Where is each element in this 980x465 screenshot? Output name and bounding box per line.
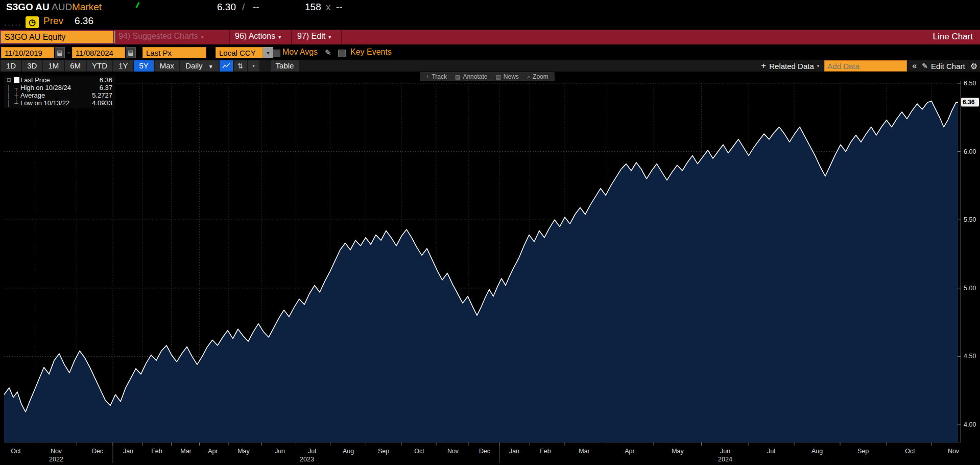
date-from-input[interactable] <box>1 47 54 58</box>
frequency-value: Daily <box>185 61 202 70</box>
chevron-down-icon: ▾ <box>817 63 820 68</box>
chevron-down-icon: ▾ <box>252 63 255 68</box>
news-button[interactable]: ▤News <box>495 73 518 80</box>
currency-code: AUD <box>52 2 72 13</box>
tree-branch-icon: │ <box>6 100 12 106</box>
period-tab-3d[interactable]: 3D <box>22 60 42 72</box>
x-axis-month-label: Nov <box>948 448 960 455</box>
chart-settings-button[interactable]: ⚙ <box>970 61 977 71</box>
track-label: Track <box>432 73 447 80</box>
y-axis-label: 6.00 <box>964 148 976 155</box>
edit-chart-button[interactable]: ✎ Edit Chart <box>922 62 965 71</box>
x-axis-month-label: Sep <box>857 448 869 455</box>
sparkline-tick-icon <box>135 2 139 8</box>
x-axis-year-label: 2024 <box>718 456 732 463</box>
x-axis-month-label: Mar <box>579 448 590 455</box>
related-data-label: Related Data <box>769 62 814 71</box>
x-axis-year-label: 2022 <box>49 456 63 463</box>
period-toolbar: 1D3D1M6MYTD1Y5YMax Daily ▼ ⇅ ▾ Table + R… <box>0 60 980 72</box>
period-tab-1m[interactable]: 1M <box>43 60 64 72</box>
calendar-glyph: ▤ <box>128 49 133 56</box>
tree-collapse-icon[interactable]: ⊟ <box>6 77 12 83</box>
prev-line: ····· ◷ Prev 6.36 <box>0 15 980 30</box>
menu-suggested-charts[interactable]: 94) Suggested Charts▾ <box>118 32 204 41</box>
menu-edit[interactable]: 97) Edit▾ <box>297 32 331 41</box>
chart-legend: ⊟Last Price6.36│┬High on 10/28/246.37│┼A… <box>4 76 115 108</box>
date-to-input[interactable] <box>72 47 125 58</box>
period-tab-5y[interactable]: 5Y <box>134 60 153 72</box>
avg-marker-icon: ┼ <box>12 92 20 99</box>
zoom-label: Zoom <box>533 73 548 80</box>
pencil-icon[interactable]: ✎ <box>325 48 331 57</box>
frequency-dropdown[interactable]: Daily ▼ <box>180 60 218 72</box>
bar-chart-type-button[interactable]: ⇅ <box>234 60 247 72</box>
updown-icon: ⇅ <box>237 62 244 70</box>
annotate-button[interactable]: ▨Annotate <box>455 73 487 80</box>
x-axis-month-label: Oct <box>414 448 424 455</box>
x-axis-month-label: Sep <box>378 448 389 455</box>
price-area <box>4 101 958 443</box>
currency-mode-value: Local CCY <box>219 49 256 57</box>
plus-icon: + <box>761 61 766 71</box>
toolbar-spacer <box>300 60 760 72</box>
add-data-input[interactable] <box>824 60 907 72</box>
period-tab-1y[interactable]: 1Y <box>113 60 133 72</box>
currency-mode-select[interactable]: Local CCY <box>216 47 263 58</box>
key-events-checkbox[interactable] <box>338 50 346 57</box>
x-axis-month-label: Jul <box>308 448 316 455</box>
pencil-glyph: ✎ <box>325 48 331 57</box>
news-icon: ▤ <box>495 74 500 80</box>
zoom-button[interactable]: ⌕Zoom <box>527 73 548 80</box>
collapse-panel-button[interactable]: « <box>912 61 917 71</box>
x-axis-month-label: Apr <box>625 448 634 455</box>
legend-value: 6.36 <box>86 76 112 84</box>
chart-mini-toolbar: +Track▨Annotate▤News⌕Zoom <box>420 72 555 81</box>
mov-avgs-checkbox[interactable] <box>273 50 280 57</box>
calendar-icon[interactable]: ▤ <box>126 47 136 58</box>
chevron-down-icon: ▾ <box>201 34 204 40</box>
security-input[interactable]: S3GO AU Equity <box>1 31 115 43</box>
chart-type-dropdown-button[interactable]: ▾ <box>248 60 259 72</box>
size-separator: x <box>326 2 331 13</box>
y-axis-label: 4.50 <box>964 353 976 360</box>
x-axis-month-label: Aug <box>343 448 354 455</box>
x-axis-month-label: Jan <box>123 448 133 455</box>
annotate-label: Annotate <box>463 73 487 80</box>
high-marker-icon: ┬ <box>12 85 20 91</box>
legend-label: Average <box>20 91 86 99</box>
price-field-select[interactable]: Last Px <box>142 47 206 58</box>
last-price-badge-value: 6.36 <box>963 99 975 106</box>
track-button[interactable]: +Track <box>426 73 447 80</box>
actions-label: 96) Actions <box>235 32 275 40</box>
clock-icon: ◷ <box>26 16 39 28</box>
x-axis-month-label: Mar <box>180 448 192 455</box>
period-tab-1d[interactable]: 1D <box>1 60 21 72</box>
related-data-button[interactable]: + Related Data ▾ <box>761 61 819 71</box>
y-axis-label: 4.00 <box>964 421 976 428</box>
toolbar-right-cluster: + Related Data ▾ « ✎ Edit Chart ⚙ <box>761 60 980 72</box>
x-axis-month-label: Jul <box>767 448 775 455</box>
menubar-separator <box>291 30 292 44</box>
tree-branch-icon: │ <box>6 85 12 91</box>
annotate-icon: ▨ <box>455 74 460 80</box>
period-tab-ytd[interactable]: YTD <box>87 60 112 72</box>
period-tab-max[interactable]: Max <box>155 60 179 72</box>
calendar-glyph: ▤ <box>57 49 62 56</box>
table-button[interactable]: Table <box>271 60 299 72</box>
line-chart-type-button[interactable] <box>220 60 233 72</box>
controls-row: ▤ - ▤ Last Px Local CCY ▾ Mov Avgs ✎ Key… <box>0 45 980 60</box>
security-name: S3GO AU Equity <box>5 33 65 42</box>
quote-dots: ····· <box>4 20 22 29</box>
menubar-separator <box>113 30 114 44</box>
menu-actions[interactable]: 96) Actions▾ <box>235 32 281 41</box>
gear-icon: ⚙ <box>970 62 977 71</box>
x-axis-month-label: Jun <box>275 448 285 455</box>
x-axis-month-label: Feb <box>540 448 551 455</box>
x-axis-month-label: Nov <box>51 448 62 455</box>
clock-glyph: ◷ <box>29 17 36 27</box>
calendar-icon[interactable]: ▤ <box>55 47 65 58</box>
legend-row-last-price: ⊟Last Price6.36 <box>6 76 112 84</box>
period-tab-6m[interactable]: 6M <box>65 60 86 72</box>
currency-dropdown-button[interactable]: ▾ <box>263 47 273 58</box>
price-chart[interactable]: 6.506.005.505.004.504.006.36OctNovDecJan… <box>0 72 980 465</box>
